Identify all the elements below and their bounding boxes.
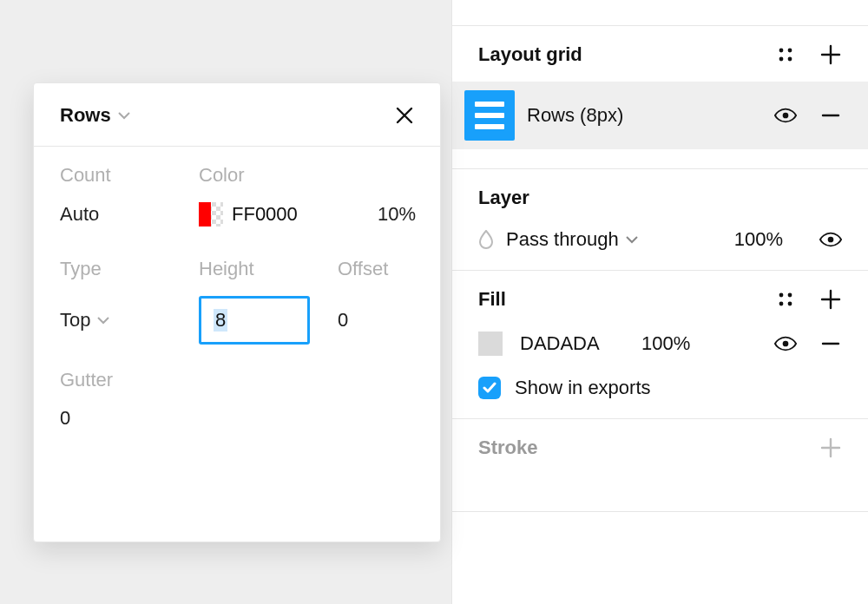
chevron-down-icon (626, 235, 638, 244)
fill-styles-icon[interactable] (774, 288, 797, 311)
layout-grid-header-actions (774, 43, 842, 66)
svg-point-5 (828, 237, 834, 243)
grid-color-swatch[interactable] (199, 202, 223, 226)
layer-opacity-value[interactable]: 100% (734, 228, 783, 251)
grid-type-dropdown[interactable]: Rows (60, 104, 130, 127)
height-label: Height (199, 258, 338, 280)
remove-layout-grid-icon[interactable] (819, 104, 842, 127)
offset-value[interactable]: 0 (338, 309, 416, 332)
section-header: Layout grid (478, 43, 842, 66)
height-value: 8 (214, 309, 227, 332)
color-label: Color (199, 164, 338, 187)
type-dropdown[interactable]: Top (60, 309, 199, 332)
section-stroke: Stroke (452, 419, 868, 512)
inspector-top-spacer (452, 0, 868, 26)
svg-point-6 (779, 293, 784, 298)
layout-grid-visibility-icon[interactable] (774, 104, 797, 127)
type-value: Top (60, 309, 90, 332)
fill-title: Fill (478, 288, 506, 311)
show-in-exports-label: Show in exports (515, 377, 651, 399)
svg-point-8 (779, 302, 784, 306)
popover-title: Rows (60, 104, 111, 127)
grid-color-hex[interactable]: FF0000 (232, 203, 298, 226)
height-input[interactable]: 8 (199, 296, 310, 345)
stroke-title: Stroke (478, 437, 537, 459)
layout-grid-styles-icon[interactable] (774, 43, 797, 66)
count-label: Count (60, 164, 199, 187)
fill-color-swatch[interactable] (478, 332, 503, 356)
layout-grid-row[interactable]: Rows (8px) (452, 82, 868, 149)
add-fill-icon[interactable] (819, 288, 842, 311)
svg-point-9 (788, 302, 792, 306)
layout-grid-row-label: Rows (8px) (527, 104, 762, 127)
svg-point-2 (779, 57, 784, 62)
svg-point-7 (788, 293, 792, 298)
show-in-exports-row: Show in exports (478, 377, 842, 399)
canvas-area: Layout grid Rows (8px) (0, 0, 868, 604)
svg-point-10 (783, 341, 789, 347)
gutter-label: Gutter (60, 369, 414, 391)
layer-visibility-icon[interactable] (819, 228, 842, 251)
grid-color-opacity[interactable]: 10% (338, 203, 416, 226)
section-layout-grid: Layout grid Rows (8px) (452, 26, 868, 169)
section-fill: Fill DADADA 100% (452, 271, 868, 419)
layout-grid-title: Layout grid (478, 43, 582, 66)
rows-grid-icon (464, 90, 515, 141)
remove-fill-icon[interactable] (819, 332, 842, 355)
offset-label: Offset (338, 258, 416, 280)
add-stroke-icon[interactable] (819, 437, 842, 459)
add-layout-grid-icon[interactable] (819, 43, 842, 66)
chevron-down-icon (97, 316, 109, 325)
fill-hex-value[interactable]: DADADA (520, 332, 624, 355)
blend-mode-dropdown[interactable]: Pass through (506, 228, 638, 251)
blend-mode-value: Pass through (506, 228, 619, 251)
close-popover-button[interactable] (393, 104, 416, 127)
fill-opacity-value[interactable]: 100% (641, 332, 690, 355)
layer-title: Layer (478, 187, 529, 209)
chevron-down-icon (118, 111, 130, 120)
svg-point-1 (788, 49, 792, 53)
section-layer: Layer Pass through 100% (452, 169, 868, 271)
layout-grid-popover: Rows Count Color Auto FF0000 10% (33, 82, 441, 542)
count-value[interactable]: Auto (60, 203, 199, 226)
blend-mode-icon (478, 230, 494, 249)
type-label: Type (60, 258, 199, 280)
show-in-exports-checkbox[interactable] (478, 377, 501, 399)
fill-row: DADADA 100% (478, 332, 842, 356)
svg-point-3 (788, 57, 792, 62)
svg-point-0 (779, 49, 784, 53)
gutter-value[interactable]: 0 (60, 407, 414, 430)
fill-visibility-icon[interactable] (774, 332, 797, 355)
svg-point-4 (783, 113, 789, 119)
inspector-panel: Layout grid Rows (8px) (451, 0, 868, 604)
